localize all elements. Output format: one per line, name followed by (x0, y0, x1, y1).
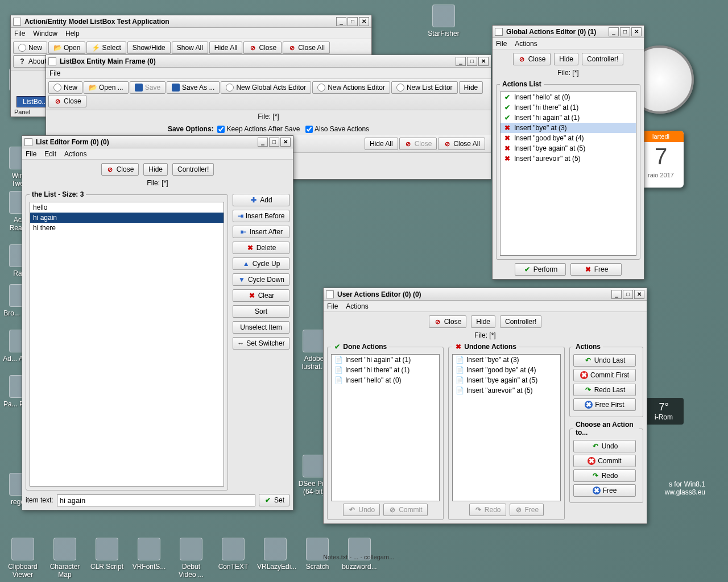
desktop-icon-starfisher[interactable]: StarFisher (425, 5, 462, 38)
done-item[interactable]: 📄 Insert "hello" at (0) (332, 375, 439, 385)
chk-keep-actions[interactable]: Keep Actions After Save (217, 125, 300, 133)
close-button[interactable]: ✕ (631, 27, 642, 36)
set-button[interactable]: ✔ Set (259, 494, 289, 506)
desktop-icon[interactable]: CLR Script (89, 538, 125, 579)
close-all-button[interactable]: ⊘ Close All (283, 41, 330, 54)
minimize-button[interactable]: ‗ (611, 290, 622, 299)
hide-button[interactable]: Hide (554, 53, 578, 65)
close-button[interactable]: ⊘ Close (399, 138, 437, 150)
close-all-button[interactable]: ⊘ Close All (438, 138, 485, 150)
actions-listbox[interactable]: ✔ Insert "hello" at (0)✔ Insert "hi ther… (500, 92, 636, 256)
desktop-icon[interactable]: Clipboard Viewer (5, 538, 41, 579)
redo-last-button[interactable]: ↷ Redo Last (573, 384, 636, 396)
undone-item[interactable]: 📄 Insert "bye" at (3) (453, 355, 560, 365)
menu-actions[interactable]: Actions (346, 302, 368, 310)
maximize-button[interactable]: □ (620, 27, 630, 36)
titlebar[interactable]: User Actions Editor (0) (0) ‗ □ ✕ (324, 288, 647, 301)
cycle-down-button[interactable]: ▼ Cycle Down (233, 273, 289, 286)
undone-listbox[interactable]: 📄 Insert "bye" at (3)📄 Insert "good bye"… (452, 354, 561, 501)
minimize-button[interactable]: ‗ (258, 138, 268, 147)
maximize-button[interactable]: □ (348, 17, 358, 26)
new-button[interactable]: New (13, 41, 47, 54)
action-item[interactable]: ✔ Insert "hi again" at (1) (500, 113, 636, 123)
minimize-button[interactable]: ‗ (609, 27, 619, 36)
desktop-icon[interactable]: VRLazyEdi... (257, 538, 293, 579)
done-listbox[interactable]: 📄 Insert "hi again" at (1)📄 Insert "hi t… (331, 354, 440, 501)
unselect-item-button[interactable]: Unselect Item (233, 321, 289, 334)
close-button[interactable]: ✕ (280, 138, 291, 147)
free-button[interactable]: ✖ Free (570, 263, 622, 276)
list-item[interactable]: hello (30, 202, 224, 213)
hide-button[interactable]: Hide (143, 163, 168, 176)
undone-item[interactable]: 📄 Insert "aurevoir" at (5) (453, 385, 560, 396)
close-button[interactable]: ⊘ Close (513, 53, 551, 65)
desktop-icon[interactable]: Debut Video ... (173, 538, 209, 579)
sort-button[interactable]: Sort (233, 305, 289, 318)
list-item[interactable]: hi again (30, 213, 224, 223)
hide-all-button[interactable]: Hide All (365, 138, 398, 150)
minimize-button[interactable]: ‗ (336, 17, 346, 26)
item-text-input[interactable] (57, 494, 255, 506)
menu-actions[interactable]: Actions (515, 40, 537, 48)
free-first-button[interactable]: ✖ Free First (573, 398, 636, 411)
maximize-button[interactable]: □ (269, 138, 279, 147)
minimize-button[interactable]: ‗ (456, 57, 466, 66)
desktop-icon[interactable]: Character Map (47, 538, 83, 579)
menu-file[interactable]: File (49, 69, 60, 77)
controller-button[interactable]: Controller! (500, 315, 541, 328)
clear-button[interactable]: ✖ Clear (233, 289, 289, 302)
hide-button[interactable]: Hide (459, 81, 483, 94)
cycle-up-button[interactable]: ▲ Cycle Up (233, 257, 289, 270)
chk-also-save[interactable]: Also Save Actions (305, 125, 369, 133)
undo-last-button[interactable]: ↶ Undo Last (573, 354, 636, 367)
action-item[interactable]: ✖ Insert "good bye" at (4) (500, 133, 636, 143)
menu-window[interactable]: Window (33, 30, 57, 38)
commit-first-button[interactable]: ✖ Commit First (573, 369, 636, 381)
menu-help[interactable]: Help (65, 30, 80, 38)
close-button[interactable]: ✕ (478, 57, 489, 66)
close-button[interactable]: ✕ (634, 290, 644, 299)
titlebar[interactable]: Global Actions Editor (0) (1) ‗ □ ✕ (493, 26, 644, 38)
save-as--button[interactable]: Save As ... (167, 81, 220, 94)
add-button[interactable]: ✚ Add (233, 194, 289, 206)
close-button[interactable]: ⊘ Close (101, 163, 139, 176)
done-item[interactable]: 📄 Insert "hi again" at (1) (332, 355, 439, 365)
close-button[interactable]: ⊘ Close (429, 315, 467, 328)
save-button[interactable]: Save (130, 81, 166, 94)
controller-button[interactable]: Controller! (172, 163, 214, 176)
insert-before-button[interactable]: ⇥ Insert Before (233, 210, 289, 222)
undo-button[interactable]: ↶ Undo (343, 504, 380, 516)
titlebar[interactable]: ListBox Entity Main Frame (0) ‗ □ ✕ (46, 55, 491, 68)
done-item[interactable]: 📄 Insert "hi there" at (1) (332, 365, 439, 375)
new-global-acts-editor-button[interactable]: New Global Acts Editor (221, 81, 311, 94)
action-item[interactable]: ✖ Insert "bye again" at (5) (500, 143, 636, 153)
menu-file[interactable]: File (496, 40, 507, 48)
desktop-icon[interactable]: VRFontS... (131, 538, 167, 579)
insert-after-button[interactable]: ⇤ Insert After (233, 226, 289, 238)
free-button[interactable]: ⊘ Free (510, 504, 544, 516)
undone-item[interactable]: 📄 Insert "bye again" at (5) (453, 375, 560, 385)
undo-button[interactable]: ↶ Undo (573, 440, 636, 452)
close-button[interactable]: ⊘ Close (243, 41, 282, 54)
maximize-button[interactable]: □ (467, 57, 477, 66)
perform-button[interactable]: ✔ Perform (515, 263, 566, 276)
taskbar-item[interactable]: Notes.txt - ... - collegam... (323, 554, 394, 560)
commit-button[interactable]: ⊘ Commit (383, 504, 427, 516)
desktop-icon[interactable]: ConTEXT (215, 538, 251, 579)
delete-button[interactable]: ✖ Delete (233, 242, 289, 254)
action-item[interactable]: ✔ Insert "hi there" at (1) (500, 102, 636, 113)
select-button[interactable]: ⚡ Select (86, 41, 126, 54)
action-item[interactable]: ✔ Insert "hello" at (0) (500, 92, 636, 102)
new-button[interactable]: New (48, 81, 82, 94)
menu-file[interactable]: File (327, 302, 338, 310)
close-button[interactable]: ⊘ Close (48, 95, 86, 107)
list-item[interactable]: hi there (30, 223, 224, 233)
action-item[interactable]: ✖ Insert "aurevoir" at (5) (500, 153, 636, 164)
titlebar[interactable]: Action/Entity Model ListBox Test Applica… (11, 15, 371, 28)
redo-button[interactable]: ↷ Redo (573, 469, 636, 482)
show-all-button[interactable]: Show All (172, 41, 208, 54)
titlebar[interactable]: List Editor Form (0) (0) ‗ □ ✕ (22, 136, 293, 148)
hide-all-button[interactable]: Hide All (209, 41, 243, 54)
menu-actions[interactable]: Actions (64, 150, 86, 158)
new-actions-editor-button[interactable]: New Actions Editor (312, 81, 390, 94)
